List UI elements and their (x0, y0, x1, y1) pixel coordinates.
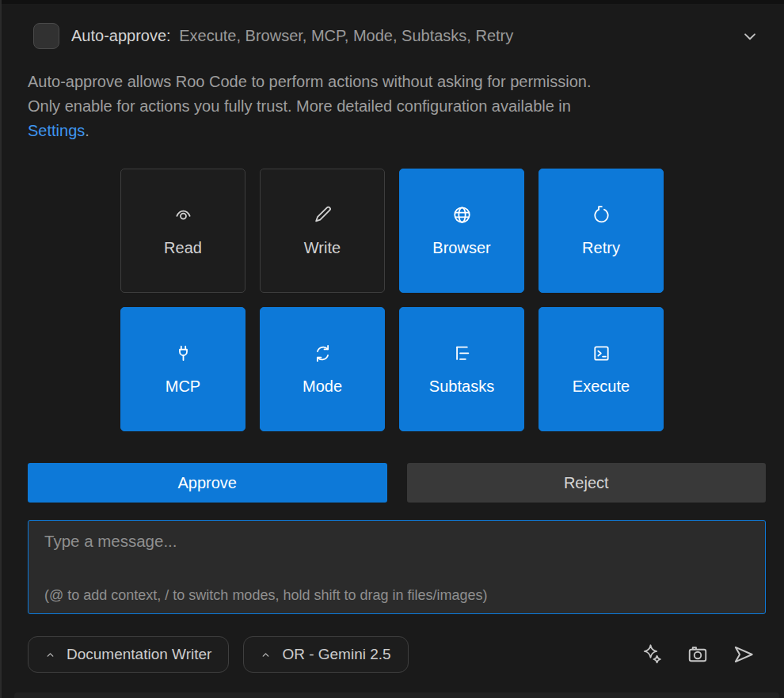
chevron-up-icon (45, 650, 55, 660)
toggle-read[interactable]: Read (120, 169, 245, 293)
terminal-icon (591, 343, 612, 364)
toggle-label: MCP (166, 377, 200, 396)
sparkle-icon[interactable] (641, 643, 664, 666)
panel-left-border (0, 0, 2, 698)
toggle-mcp[interactable]: MCP (120, 307, 245, 431)
footer-icon-group (641, 642, 756, 667)
toggle-retry[interactable]: Retry (539, 169, 664, 293)
description-line-3: Settings. (28, 119, 756, 143)
auto-approve-label: Auto-approve: (71, 27, 171, 44)
description-period: . (85, 122, 89, 139)
auto-approve-toggle-grid: Read Write Browser Retry (120, 169, 664, 431)
toggle-subtasks[interactable]: Subtasks (399, 307, 524, 431)
description-line-1: Auto-approve allows Roo Code to perform … (28, 70, 756, 94)
globe-icon (451, 204, 473, 226)
toggle-browser[interactable]: Browser (399, 169, 524, 293)
camera-icon[interactable] (686, 643, 710, 666)
reject-button[interactable]: Reject (407, 463, 767, 503)
sync-icon (312, 343, 333, 364)
toggle-label: Read (164, 239, 202, 257)
toggle-label: Browser (432, 239, 490, 257)
settings-link[interactable]: Settings (28, 122, 85, 139)
toggle-execute[interactable]: Execute (539, 307, 664, 431)
action-buttons-row: Approve Reject (28, 463, 766, 503)
chevron-up-icon (261, 650, 271, 660)
auto-approve-description: Auto-approve allows Roo Code to perform … (28, 70, 756, 143)
toggle-label: Mode (303, 377, 342, 396)
list-tree-icon (451, 343, 473, 364)
description-line-2: Only enable for actions you fully trust.… (28, 94, 756, 119)
footer-bar: Documentation Writer OR - Gemini 2.5 (28, 636, 756, 673)
chevron-down-icon[interactable] (740, 26, 760, 47)
toggle-label: Subtasks (429, 377, 494, 396)
auto-approve-title-row: Auto-approve: Execute, Browser, MCP, Mod… (71, 27, 740, 45)
chat-input-container[interactable]: (@ to add context, / to switch modes, ho… (28, 520, 766, 614)
plug-icon (173, 343, 194, 364)
toggle-label: Write (304, 239, 341, 257)
approve-button[interactable]: Approve (28, 463, 387, 503)
pencil-icon (312, 204, 333, 226)
toggle-write[interactable]: Write (260, 169, 385, 293)
auto-approve-header[interactable]: Auto-approve: Execute, Browser, MCP, Mod… (0, 0, 784, 49)
refresh-icon (591, 204, 612, 226)
model-selector-label: OR - Gemini 2.5 (282, 646, 390, 663)
eye-icon (173, 204, 194, 226)
model-selector[interactable]: OR - Gemini 2.5 (243, 636, 408, 673)
mode-selector[interactable]: Documentation Writer (28, 636, 229, 673)
toggle-mode[interactable]: Mode (260, 307, 385, 431)
chat-input[interactable] (29, 521, 765, 613)
auto-approve-checkbox[interactable] (33, 23, 59, 49)
auto-approve-summary: Execute, Browser, MCP, Mode, Subtasks, R… (179, 27, 513, 44)
collapsed-section-edge[interactable] (14, 692, 779, 698)
toggle-label: Retry (582, 239, 620, 257)
panel-top-divider (0, 0, 784, 4)
mode-selector-label: Documentation Writer (67, 646, 211, 663)
toggle-label: Execute (573, 377, 630, 396)
send-icon[interactable] (731, 642, 756, 667)
